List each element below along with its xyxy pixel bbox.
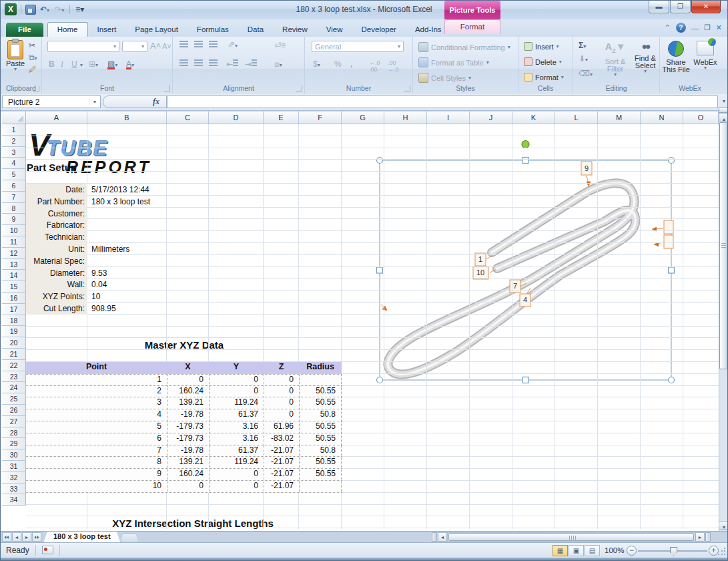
row-header-14[interactable]: 14 [2,270,26,281]
wrap-text-icon[interactable]: ⏎≡ [274,41,286,50]
column-header-M[interactable]: M [598,112,641,124]
last-sheet-button[interactable]: ⏵⏵ [32,532,41,542]
row-header-1[interactable]: 1 [2,124,26,136]
horizontal-scroll-thumb[interactable] [448,533,694,541]
clear-icon[interactable]: ⌫▾ [579,69,593,78]
minimize-ribbon-icon[interactable]: ⌃ [665,23,671,32]
increase-decimal-icon[interactable]: ←.0.00 [369,59,380,73]
close-button[interactable]: ✕ [691,1,721,13]
cut-icon[interactable]: ✂ [29,41,35,50]
autosum-icon[interactable]: Σ▾ [579,41,586,50]
fill-color-icon[interactable]: ▨▾ [107,59,117,69]
row-header-13[interactable]: 13 [2,259,26,270]
view-page-layout-button[interactable]: ▣ [569,545,584,556]
rotation-handle[interactable] [522,141,529,148]
share-this-file-button[interactable]: Share This File [661,41,691,73]
column-header-O[interactable]: O [683,112,719,124]
zoom-out-button[interactable]: − [627,546,637,556]
select-all-corner[interactable] [2,112,26,124]
tab-page-layout[interactable]: Page Layout [125,23,188,37]
prev-sheet-button[interactable]: ◄ [12,532,21,542]
horizontal-scrollbar[interactable] [447,532,695,542]
zoom-slider-thumb[interactable] [670,547,677,556]
column-header-A[interactable]: A [26,112,87,124]
column-header-F[interactable]: F [299,112,342,124]
row-header-16[interactable]: 16 [2,293,26,304]
row-header-19[interactable]: 19 [2,326,26,337]
row-header-27[interactable]: 27 [2,416,26,427]
row-header-5[interactable]: 5 [2,169,26,180]
tab-review[interactable]: Review [273,23,317,37]
delete-cells-button[interactable]: Delete▾ [524,57,562,66]
italic-icon[interactable]: I [61,59,63,69]
row-header-22[interactable]: 22 [2,360,26,371]
insert-cells-button[interactable]: Insert▾ [524,42,559,51]
row-header-32[interactable]: 32 [2,472,26,484]
row-header-25[interactable]: 25 [2,393,26,405]
number-dialog-launcher[interactable] [404,85,410,91]
zoom-level[interactable]: 100% [605,546,624,554]
number-format-combo[interactable]: General▾ [312,41,404,52]
align-middle-icon[interactable] [194,41,203,50]
column-header-G[interactable]: G [342,112,384,124]
row-header-30[interactable]: 30 [2,449,26,461]
orientation-icon[interactable]: ⇗▾ [228,39,238,49]
alignment-dialog-launcher[interactable] [296,85,302,91]
tab-formulas[interactable]: Formulas [188,23,238,37]
scroll-down-button[interactable]: ▼ [719,521,728,530]
font-dialog-launcher[interactable] [164,85,170,91]
tab-format[interactable]: Format [444,19,500,34]
sheet-tab-active[interactable]: 180 x 3 loop test [43,532,121,543]
row-header-9[interactable]: 9 [2,214,26,225]
insert-function-button[interactable]: fx [103,96,167,108]
sort-filter-button[interactable]: AZ▼ Sort & Filter▾ [601,41,629,77]
bold-icon[interactable]: B [49,59,55,69]
scroll-left-button[interactable]: ◄ [438,532,447,542]
column-header-H[interactable]: H [384,112,427,124]
align-bottom-icon[interactable] [209,41,218,50]
column-header-N[interactable]: N [641,112,683,124]
workbook-minimize-icon[interactable]: — [691,24,699,32]
row-header-4[interactable]: 4 [2,158,26,169]
percent-icon[interactable]: % [334,59,342,69]
cell-styles-button[interactable]: Cell Styles▾ [418,73,471,83]
grow-font-icon[interactable]: A˄ [150,41,161,51]
format-cells-button[interactable]: Format▾ [524,73,564,81]
tab-file[interactable]: File [6,23,43,37]
borders-icon[interactable]: ⊞▾ [89,59,98,69]
format-as-table-button[interactable]: Format as Table▾ [418,57,489,67]
view-page-break-button[interactable]: ▤ [585,545,600,556]
vertical-scroll-thumb[interactable] [719,122,727,369]
font-size-combo[interactable]: ▾ [122,41,147,52]
row-header-26[interactable]: 26 [2,405,26,416]
tab-home[interactable]: Home [47,22,88,37]
first-sheet-button[interactable]: ⏴⏴ [2,532,11,542]
row-header-6[interactable]: 6 [2,180,26,192]
row-header-34[interactable]: 34 [2,494,26,506]
workbook-restore-icon[interactable]: ❐ [704,23,711,32]
column-header-C[interactable]: C [167,112,209,124]
row-header-8[interactable]: 8 [2,203,26,214]
insert-worksheet-button[interactable] [121,533,139,543]
resize-grip[interactable] [717,547,726,556]
column-header-K[interactable]: K [512,112,555,124]
formula-input[interactable] [167,96,718,108]
column-header-E[interactable]: E [264,112,299,124]
tab-data[interactable]: Data [238,23,273,37]
scroll-up-button[interactable]: ▲ [719,113,728,122]
next-sheet-button[interactable]: ► [22,532,31,542]
view-normal-button[interactable]: ▦ [553,545,568,556]
align-top-icon[interactable] [179,41,188,50]
row-header-2[interactable]: 2 [2,136,26,147]
row-header-23[interactable]: 23 [2,371,26,382]
align-left-icon[interactable] [179,59,188,69]
name-box-dropdown-icon[interactable]: ▾ [89,99,100,105]
currency-icon[interactable]: $▾ [313,59,320,69]
tube-picture[interactable]: 9 1 10 7 4 [364,134,681,391]
column-header-L[interactable]: L [555,112,598,124]
row-header-31[interactable]: 31 [2,461,26,472]
increase-indent-icon[interactable]: ⇥ [245,59,257,69]
column-header-I[interactable]: I [427,112,470,124]
column-header-J[interactable]: J [470,112,512,124]
decrease-decimal-icon[interactable]: .00→.0 [388,59,399,73]
